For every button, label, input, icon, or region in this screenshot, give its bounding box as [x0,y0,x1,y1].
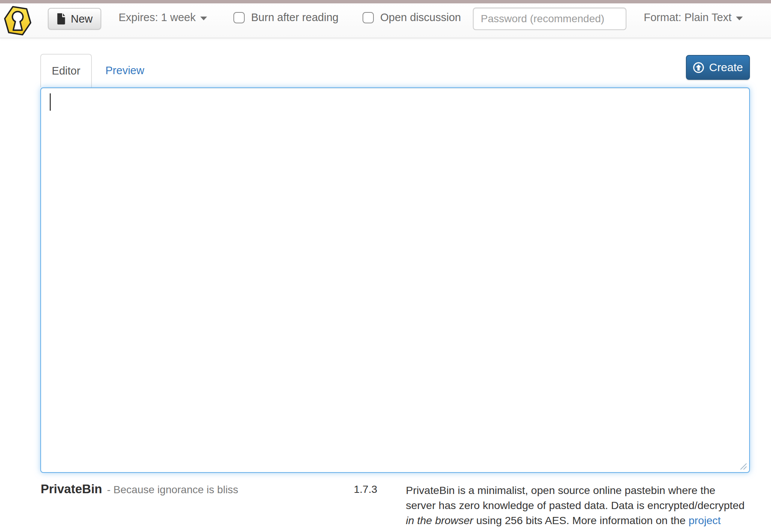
file-icon [56,13,66,25]
privatebin-logo-icon[interactable] [4,5,32,37]
tab-editor[interactable]: Editor [40,54,92,87]
burn-after-reading-checkbox[interactable] [233,12,245,23]
expires-dropdown[interactable]: Expires: 1 week [119,0,207,35]
burn-after-reading-option[interactable]: Burn after reading [233,0,338,35]
about-part3: . [430,529,433,532]
caret-down-icon [200,17,207,20]
navbar: New Expires: 1 week Burn after reading O… [0,3,771,38]
app-name: PrivateBin [41,482,102,496]
new-paste-label: New [71,13,93,25]
create-button-label: Create [709,61,743,74]
new-paste-button[interactable]: New [48,8,101,30]
about-text: PrivateBin is a minimalist, open source … [406,483,747,532]
tab-preview-label: Preview [105,64,144,77]
caret-down-icon [736,17,743,20]
tab-editor-label: Editor [52,65,81,77]
burn-after-reading-label: Burn after reading [251,11,338,24]
open-discussion-option[interactable]: Open discussion [363,0,461,35]
about-part1: PrivateBin is a minimalist, open source … [406,484,745,511]
circle-arrow-up-icon [693,62,704,73]
format-dropdown[interactable]: Format: Plain Text [644,0,743,35]
open-discussion-checkbox[interactable] [363,12,374,23]
open-discussion-label: Open discussion [380,11,461,24]
password-input[interactable] [473,8,626,30]
about-part2: using 256 bits AES. More information on … [473,514,689,526]
expires-label: Expires: 1 week [119,11,196,24]
version-number: 1.7.3 [324,483,377,495]
footer-brand: PrivateBin - Because ignorance is bliss [41,482,238,496]
paste-textarea[interactable] [40,87,750,473]
tab-preview[interactable]: Preview [105,54,144,87]
format-label: Format: Plain Text [644,11,731,24]
editor-area [40,87,750,473]
create-button[interactable]: Create [686,55,750,80]
app-slogan: - Because ignorance is bliss [107,484,238,496]
about-italic: in the browser [406,514,473,526]
